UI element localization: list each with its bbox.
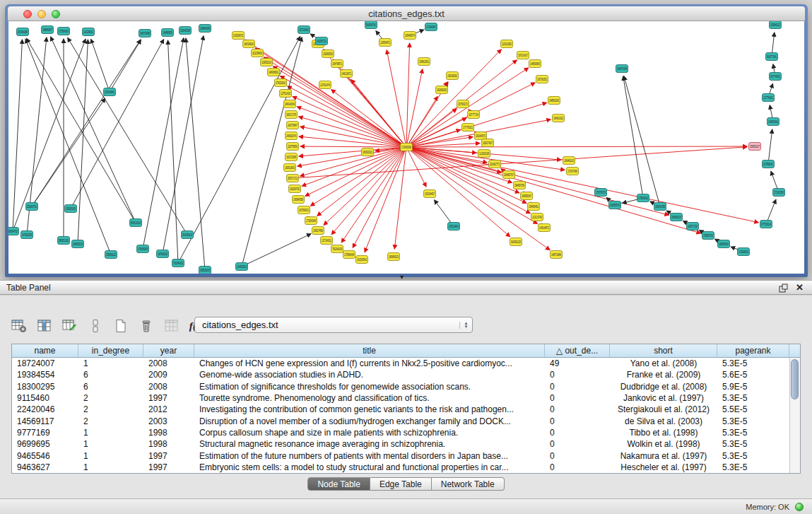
column-header-pagerank[interactable]: pagerank: [717, 344, 789, 358]
graph-node[interactable]: 16949574: [404, 32, 416, 40]
graph-node[interactable]: 10513441: [448, 223, 460, 230]
graph-node[interactable]: 18384058: [293, 196, 305, 204]
graph-node[interactable]: 18760103: [157, 250, 169, 258]
graph-node[interactable]: 17554310: [637, 194, 649, 202]
graph-node[interactable]: 15953107: [749, 143, 761, 151]
graph-node[interactable]: 17037490: [567, 168, 579, 175]
table-cell[interactable]: Investigating the contribution of common…: [194, 404, 545, 414]
table-cell[interactable]: 5.6E-5: [717, 370, 789, 380]
graph-node[interactable]: 15505123: [105, 251, 117, 259]
table-cell[interactable]: Dudbridge et al. (2008): [610, 382, 717, 392]
table-cell[interactable]: 0: [545, 416, 610, 426]
table-cell[interactable]: Tibbo et al. (1998): [610, 428, 717, 438]
graph-node[interactable]: 13129931: [83, 28, 95, 36]
graph-node[interactable]: 16155731: [316, 37, 328, 45]
table-cell[interactable]: 1998: [143, 428, 194, 438]
table-scrollbar[interactable]: [789, 358, 800, 473]
graph-node[interactable]: 17770021: [462, 124, 474, 132]
graph-node[interactable]: 12774301: [763, 94, 775, 102]
table-cell[interactable]: Hescheler et al. (1997): [610, 462, 717, 472]
graph-node[interactable]: 16150542: [356, 256, 368, 264]
graph-node[interactable]: 18294510: [718, 240, 730, 248]
table-cell[interactable]: Yano et al. (2008): [610, 358, 717, 368]
table-cell[interactable]: 1: [78, 462, 143, 472]
table-cell[interactable]: 5.3E-5: [717, 393, 789, 403]
table-cell[interactable]: Jankovic et al. (1997): [610, 393, 717, 403]
close-panel-icon[interactable]: ✕: [796, 282, 804, 293]
graph-node[interactable]: 22229600: [252, 49, 264, 57]
column-header-year[interactable]: year: [143, 344, 194, 358]
graph-node[interactable]: 18301830: [284, 164, 296, 172]
graph-node[interactable]: 21926972: [233, 32, 245, 40]
column-header-short[interactable]: short: [610, 344, 717, 358]
graph-node[interactable]: 16759031: [298, 206, 310, 214]
graph-node[interactable]: 17554300: [58, 28, 70, 35]
graph-node[interactable]: 19618262: [447, 72, 459, 80]
table-cell[interactable]: 9465546: [12, 451, 78, 461]
table-row[interactable]: 2242004622012Investigating the contribut…: [12, 404, 789, 415]
table-cell[interactable]: 0: [545, 451, 610, 461]
graph-node[interactable]: 14606691: [268, 69, 280, 76]
table-cell[interactable]: 5.3E-5: [717, 462, 789, 472]
graph-node[interactable]: 16272358: [286, 153, 298, 161]
table-cell[interactable]: 6: [78, 370, 143, 380]
graph-node[interactable]: 22575650: [287, 143, 299, 151]
network-canvas[interactable]: 1724030621926972183166262222960012953210…: [8, 21, 804, 274]
table-cell[interactable]: 1998: [143, 439, 194, 449]
graph-node[interactable]: 17979079: [595, 189, 607, 197]
table-cell[interactable]: 5.9E-5: [717, 382, 789, 392]
graph-node[interactable]: 76234109: [331, 245, 343, 253]
graph-node[interactable]: 16815203: [199, 267, 211, 274]
graph-node[interactable]: 16461912: [553, 115, 565, 122]
table-cell[interactable]: 9463627: [12, 462, 78, 472]
graph-node[interactable]: 24062074: [286, 132, 298, 140]
column-header-out-de[interactable]: △ out_de...: [545, 344, 610, 358]
graph-node[interactable]: 18584287: [42, 26, 54, 34]
table-cell[interactable]: de Silva et al. (2003): [610, 416, 717, 426]
table-cell[interactable]: Embryonic stem cells: a model to study s…: [194, 462, 545, 472]
graph-node[interactable]: 12953210: [261, 59, 273, 66]
graph-node[interactable]: 81830741: [365, 21, 377, 29]
show-columns-button[interactable]: [34, 317, 55, 335]
graph-node[interactable]: 19721417: [517, 52, 529, 59]
graph-node[interactable]: 17596434: [343, 251, 355, 259]
table-cell[interactable]: 0: [545, 382, 610, 392]
graph-node[interactable]: 12654971: [379, 39, 392, 47]
table-cell[interactable]: 18300295: [12, 382, 78, 392]
table-cell[interactable]: 5.3E-5: [717, 358, 789, 368]
tab-network-table[interactable]: Network Table: [432, 477, 505, 491]
table-cell[interactable]: 49: [545, 358, 610, 368]
table-cell[interactable]: Nakamura et al. (1997): [610, 451, 717, 461]
graph-node[interactable]: 18541059: [654, 203, 666, 211]
splitter-handle[interactable]: ▾: [400, 273, 404, 281]
table-cell[interactable]: 1: [78, 358, 143, 368]
table-row[interactable]: 1938455462009Genome-wide association stu…: [12, 369, 789, 380]
table-cell[interactable]: 1: [78, 451, 143, 461]
graph-node[interactable]: 25260791: [26, 203, 38, 211]
graph-node[interactable]: 14613971: [341, 70, 353, 78]
graph-node[interactable]: 24275847: [287, 122, 299, 129]
table-select-dropdown[interactable]: citations_edges.txt ▲▼: [194, 317, 473, 333]
graph-node[interactable]: 17244347: [425, 23, 437, 31]
tab-edge-table[interactable]: Edge Table: [370, 477, 432, 491]
graph-node[interactable]: 12761474: [319, 81, 331, 89]
table-cell[interactable]: 5.3E-5: [717, 451, 789, 461]
graph-node[interactable]: 17924510: [738, 248, 750, 256]
table-cell[interactable]: 2: [78, 416, 143, 426]
graph-node[interactable]: 11607427: [482, 139, 494, 147]
table-row[interactable]: 946362711997Embryonic stem cells: a mode…: [12, 462, 789, 473]
graph-node[interactable]: 19265050: [322, 50, 334, 58]
table-cell[interactable]: 1997: [143, 393, 194, 403]
graph-node[interactable]: 14453910: [767, 118, 779, 126]
graph-node[interactable]: 15905193: [65, 205, 77, 213]
table-cell[interactable]: 19384554: [12, 370, 78, 380]
graph-node[interactable]: 15459491: [528, 203, 540, 211]
table-cell[interactable]: 2009: [143, 370, 194, 380]
table-cell[interactable]: 2012: [143, 404, 194, 414]
graph-node[interactable]: 20533841: [104, 88, 116, 96]
graph-node[interactable]: 16570498: [139, 30, 151, 37]
table-cell[interactable]: Changes of HCN gene expression and I(f) …: [194, 358, 545, 368]
graph-node[interactable]: 59051320: [58, 237, 70, 245]
table-cell[interactable]: 6: [78, 382, 143, 392]
table-cell[interactable]: 5.5E-5: [717, 404, 789, 414]
